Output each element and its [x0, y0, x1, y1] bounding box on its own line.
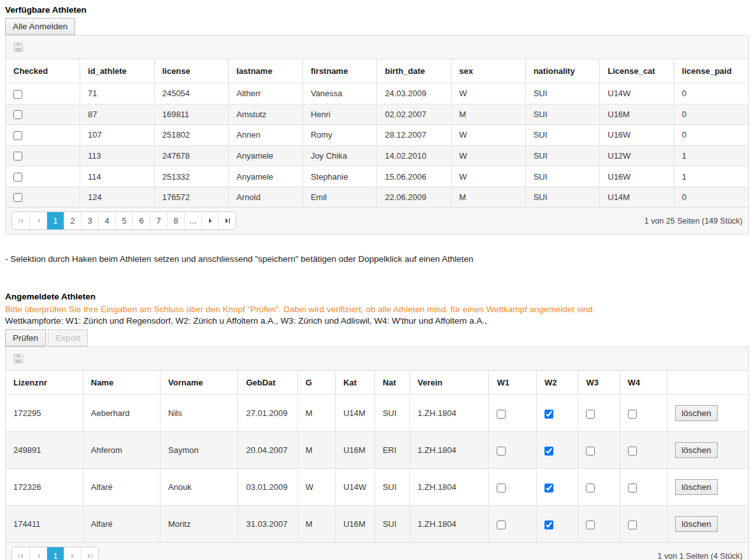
available-grid-toolbar [6, 36, 748, 59]
row-select-checkbox[interactable] [13, 110, 22, 119]
cell-birth-date: 15.06.2006 [377, 166, 452, 187]
cell-lizenznr: 172326 [6, 469, 83, 506]
pager-first-button[interactable] [12, 212, 29, 229]
delete-button[interactable]: löschen [675, 405, 718, 421]
cell-license-cat: U14W [600, 83, 674, 104]
row-select-checkbox[interactable] [13, 152, 22, 161]
w3-checkbox[interactable] [586, 521, 595, 529]
available-athlete-row[interactable]: 114 251332 Anyamele Stephanie 15.06.2006… [6, 166, 748, 187]
available-pager-summary: 1 von 25 Seiten (149 Stück) [644, 217, 743, 226]
register-all-button[interactable]: Alle Anmelden [5, 18, 75, 35]
w1-checkbox[interactable] [497, 410, 506, 419]
cell-birth-date: 28.12.2007 [377, 125, 452, 146]
cell-nat: SUI [374, 506, 409, 543]
w1-checkbox[interactable] [497, 484, 506, 492]
cell-nationality: SUI [525, 125, 600, 146]
pager-page-button[interactable]: 5 [115, 212, 132, 229]
column-header-w3: W3 [578, 371, 620, 395]
column-header-w4: W4 [620, 371, 667, 395]
available-header-row: Checked id_athlete license lastname firs… [6, 59, 748, 83]
cell-id-athlete: 107 [80, 125, 155, 146]
pager-page-button[interactable]: 7 [150, 212, 167, 229]
w3-checkbox[interactable] [586, 410, 595, 419]
cell-gebdat: 03.01.2009 [238, 469, 297, 506]
registered-athletes-section: Angemeldete Athleten Bitte überprüfen Si… [5, 292, 749, 560]
cell-license-cat: U12W [600, 145, 674, 166]
pager-page-button[interactable]: 3 [81, 212, 98, 229]
cell-birth-date: 02.02.2007 [377, 104, 452, 125]
cell-lastname: Arnold [229, 187, 303, 207]
cell-id-athlete: 114 [80, 166, 155, 187]
cell-vorname: Saymon [160, 432, 238, 469]
cell-nationality: SUI [525, 104, 600, 125]
cell-verein: 1.ZH.1804 [409, 395, 489, 432]
export-button[interactable]: Export [48, 329, 88, 347]
cell-id-athlete: 124 [80, 187, 155, 207]
delete-button[interactable]: löschen [675, 479, 718, 495]
registered-athlete-row[interactable]: 172326 Alfaré Anouk 03.01.2009 W U14W SU… [6, 469, 748, 506]
w2-checkbox[interactable] [544, 484, 553, 492]
cell-w3 [578, 506, 620, 543]
cell-w2 [537, 469, 578, 506]
column-header-w1: W1 [489, 371, 537, 395]
registered-header-row: Lizenznr Name Vorname GebDat G Kat Nat V… [6, 371, 748, 395]
available-athlete-row[interactable]: 71 245054 Altherr Vanessa 24.03.2009 W S… [6, 83, 748, 104]
row-select-checkbox[interactable] [13, 173, 22, 182]
w4-checkbox[interactable] [628, 410, 637, 419]
cell-kat: U16M [336, 506, 375, 543]
registered-athlete-row[interactable]: 174411 Alfaré Moritz 31.03.2007 M U16M S… [6, 506, 748, 543]
save-icon[interactable] [13, 42, 24, 52]
available-athlete-row[interactable]: 113 247678 Anyamele Joy Chika 14.02.2010… [6, 145, 748, 166]
cell-verein: 1.ZH.1804 [409, 506, 489, 543]
delete-button[interactable]: löschen [675, 442, 718, 458]
cell-w1 [489, 395, 537, 432]
cell-license-paid: 0 [674, 83, 748, 104]
cell-actions: löschen [667, 506, 748, 543]
row-select-checkbox[interactable] [13, 90, 22, 99]
pager-page-button[interactable]: 8 [167, 212, 184, 229]
cell-checked [6, 125, 80, 146]
registered-athletes-title: Angemeldete Athleten [5, 292, 749, 301]
w2-checkbox[interactable] [544, 447, 553, 456]
cell-nat: ERI [374, 432, 409, 469]
registered-athlete-row[interactable]: 172295 Aeberhard Nils 27.01.2009 M U14M … [6, 395, 748, 432]
pager-page-button[interactable]: 2 [64, 212, 81, 229]
column-header-id-athlete: id_athlete [80, 59, 155, 83]
row-select-checkbox[interactable] [13, 193, 22, 202]
available-athlete-row[interactable]: 124 176572 Arnold Emil 22.06.2009 M SUI … [6, 187, 748, 207]
available-athlete-row[interactable]: 87 169811 Amstutz Henri 02.02.2007 M SUI… [6, 104, 748, 125]
pager-next-button[interactable] [64, 547, 81, 560]
column-header-nationality: nationality [525, 59, 600, 83]
pager-page-button[interactable]: 1 [46, 547, 64, 560]
pager-prev-button[interactable] [29, 212, 46, 229]
pager-page-button[interactable]: 4 [98, 212, 115, 229]
w2-checkbox[interactable] [544, 521, 553, 529]
registered-athlete-row[interactable]: 249891 Ahferom Saymon 20.04.2007 M U16M … [6, 432, 748, 469]
pager-last-button[interactable] [81, 547, 98, 560]
cell-id-athlete: 113 [80, 145, 155, 166]
cell-checked [6, 187, 80, 207]
pager-next-button[interactable] [201, 212, 218, 229]
pager-first-button[interactable] [12, 547, 29, 560]
w1-checkbox[interactable] [497, 521, 506, 529]
delete-button[interactable]: löschen [675, 516, 718, 532]
w4-checkbox[interactable] [628, 521, 637, 529]
w1-checkbox[interactable] [497, 447, 506, 456]
w2-checkbox[interactable] [544, 410, 553, 419]
available-athlete-row[interactable]: 107 251802 Annen Romy 28.12.2007 W SUI U… [6, 125, 748, 146]
save-icon[interactable] [13, 354, 24, 364]
cell-sex: W [452, 166, 526, 187]
pager-last-button[interactable] [218, 212, 236, 229]
pager-prev-button[interactable] [29, 547, 46, 560]
pager-page-button[interactable]: 1 [46, 212, 64, 229]
pager-page-button[interactable]: 6 [132, 212, 150, 229]
row-select-checkbox[interactable] [13, 131, 22, 140]
w4-checkbox[interactable] [628, 484, 637, 492]
cell-actions: löschen [667, 432, 748, 469]
w3-checkbox[interactable] [586, 484, 595, 492]
w3-checkbox[interactable] [586, 447, 595, 456]
pager-ellipsis-button[interactable]: ... [184, 212, 201, 229]
check-button[interactable]: Prüfen [5, 329, 46, 347]
cell-birth-date: 22.06.2009 [377, 187, 452, 207]
w4-checkbox[interactable] [628, 447, 637, 456]
